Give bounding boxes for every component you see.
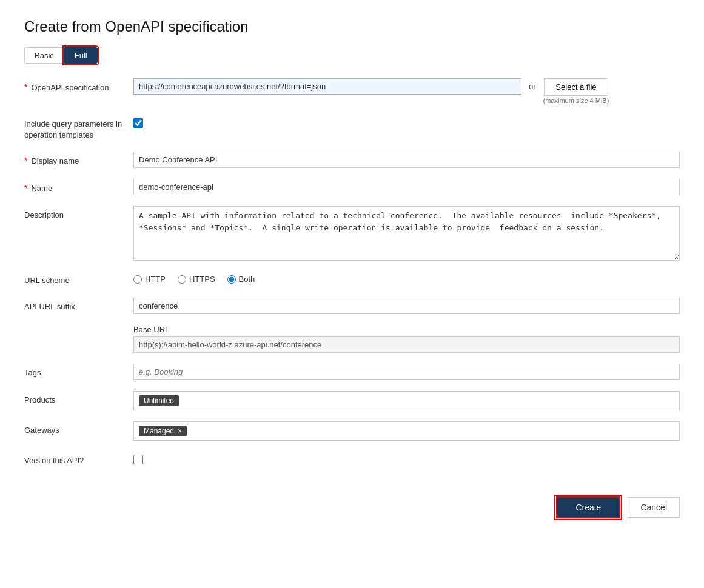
openapi-spec-row: *OpenAPI specification or Select a file …: [24, 78, 680, 104]
base-url-row: Base URL: [24, 325, 680, 353]
name-label: *Name: [24, 179, 133, 195]
description-textarea[interactable]: [133, 206, 680, 261]
base-url-control: Base URL: [133, 325, 680, 353]
openapi-spec-label: *OpenAPI specification: [24, 78, 133, 94]
required-star-3: *: [24, 183, 27, 193]
create-button[interactable]: Create: [556, 496, 620, 518]
display-name-row: *Display name: [24, 152, 680, 168]
gateways-label: Gateways: [24, 421, 133, 436]
name-control: [133, 179, 680, 195]
or-label: or: [529, 78, 536, 91]
radio-both-input[interactable]: [227, 275, 236, 284]
select-file-wrap: Select a file (maximum size 4 MiB): [543, 78, 609, 104]
radio-https[interactable]: HTTPS: [178, 275, 215, 284]
name-row: *Name: [24, 179, 680, 195]
radio-http-input[interactable]: [133, 275, 142, 284]
managed-chip-close[interactable]: ×: [178, 427, 182, 435]
api-url-suffix-input[interactable]: [133, 298, 680, 314]
version-row: Version this API?: [24, 452, 680, 466]
include-query-control: [133, 115, 680, 128]
include-query-checkbox[interactable]: [133, 118, 143, 128]
products-row: Products Unlimited: [24, 391, 680, 410]
version-label: Version this API?: [24, 452, 133, 466]
include-query-label: Include query parameters in operation te…: [24, 115, 133, 141]
gateways-control: Managed ×: [133, 421, 680, 441]
version-control: [133, 452, 680, 464]
tab-full[interactable]: Full: [64, 47, 98, 64]
url-scheme-radio-group: HTTP HTTPS Both: [133, 272, 255, 284]
unlimited-chip: Unlimited: [139, 395, 179, 406]
url-scheme-label: URL scheme: [24, 272, 133, 286]
page-title: Create from OpenAPI specification: [24, 18, 680, 35]
required-star: *: [24, 82, 27, 92]
name-input[interactable]: [133, 179, 680, 195]
tab-row: Basic Full: [24, 47, 680, 64]
api-url-suffix-control: [133, 298, 680, 314]
footer-row: Create Cancel: [24, 484, 680, 518]
description-row: Description: [24, 206, 680, 261]
openapi-spec-control: or Select a file (maximum size 4 MiB): [133, 78, 680, 104]
base-url-section: Base URL: [133, 325, 680, 353]
include-query-row: Include query parameters in operation te…: [24, 115, 680, 141]
base-url-label: Base URL: [133, 325, 680, 334]
file-hint: (maximum size 4 MiB): [543, 97, 609, 104]
tags-control: [133, 364, 680, 380]
form-body: *OpenAPI specification or Select a file …: [24, 78, 680, 518]
tags-row: Tags: [24, 364, 680, 380]
products-field[interactable]: Unlimited: [133, 391, 680, 410]
base-url-input: [133, 336, 680, 353]
tags-label: Tags: [24, 364, 133, 378]
description-control: [133, 206, 680, 261]
products-control: Unlimited: [133, 391, 680, 410]
cancel-button[interactable]: Cancel: [628, 497, 680, 518]
api-url-suffix-label: API URL suffix: [24, 298, 133, 312]
display-name-input[interactable]: [133, 152, 680, 168]
products-label: Products: [24, 391, 133, 406]
openapi-spec-input[interactable]: [133, 78, 521, 95]
managed-chip: Managed ×: [139, 426, 187, 436]
tags-input[interactable]: [133, 364, 680, 380]
base-url-spacer: [24, 325, 133, 329]
unlimited-chip-label: Unlimited: [144, 396, 174, 405]
managed-chip-label: Managed: [144, 427, 174, 435]
version-checkbox[interactable]: [133, 455, 143, 464]
url-scheme-row: URL scheme HTTP HTTPS Both: [24, 272, 680, 286]
radio-https-input[interactable]: [178, 275, 186, 284]
description-label: Description: [24, 206, 133, 221]
select-file-button[interactable]: Select a file: [544, 78, 608, 96]
display-name-control: [133, 152, 680, 168]
url-scheme-control: HTTP HTTPS Both: [133, 272, 680, 284]
display-name-label: *Display name: [24, 152, 133, 167]
radio-both[interactable]: Both: [227, 275, 255, 284]
gateways-field[interactable]: Managed ×: [133, 421, 680, 441]
radio-http[interactable]: HTTP: [133, 275, 166, 284]
gateways-row: Gateways Managed ×: [24, 421, 680, 441]
tab-basic[interactable]: Basic: [24, 47, 64, 64]
api-url-suffix-row: API URL suffix: [24, 298, 680, 314]
required-star-2: *: [24, 156, 27, 165]
